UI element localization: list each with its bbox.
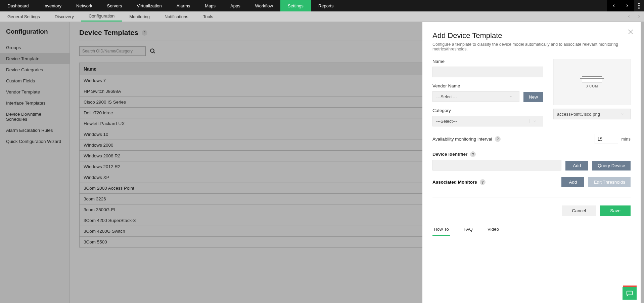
spacer <box>221 11 624 22</box>
top-nav-item[interactable]: Maps <box>197 0 223 11</box>
sub-nav-item[interactable]: Configuration <box>81 11 122 22</box>
add-monitor-button[interactable]: Add <box>561 177 584 187</box>
add-identifier-button[interactable]: Add <box>565 161 588 171</box>
nav-next-icon[interactable] <box>620 0 634 11</box>
svg-point-1 <box>638 5 640 6</box>
chevron-down-icon <box>530 119 540 123</box>
interval-label: Availability monitoring interval <box>432 137 492 142</box>
sub-nav-item[interactable]: Tools <box>196 11 221 22</box>
sub-nav: General SettingsDiscoveryConfigurationMo… <box>0 11 644 22</box>
top-nav: DashboardInventoryNetworkServersVirtuali… <box>0 0 644 11</box>
top-nav-item[interactable]: Virtualization <box>130 0 169 11</box>
top-nav-item[interactable]: Servers <box>100 0 130 11</box>
nav-prev-icon[interactable] <box>607 0 620 11</box>
sub-nav-item[interactable]: Discovery <box>47 11 81 22</box>
svg-point-2 <box>638 7 640 9</box>
top-nav-item[interactable]: Settings <box>280 0 311 11</box>
vendor-select-value: ---Select--- <box>436 94 457 99</box>
sub-nav-item[interactable]: Notifications <box>157 11 196 22</box>
subnav-next-icon[interactable] <box>634 11 644 22</box>
panel-subtitle: Configure a template to classify the dev… <box>432 42 631 51</box>
help-icon[interactable]: ? <box>480 179 486 185</box>
add-device-template-panel: Add Device Template Configure a template… <box>422 22 641 303</box>
subnav-prev-icon[interactable] <box>624 11 634 22</box>
top-nav-item[interactable]: Apps <box>223 0 248 11</box>
category-select[interactable]: ---Select--- <box>432 116 543 126</box>
close-icon[interactable] <box>627 29 634 35</box>
name-field[interactable] <box>432 67 543 77</box>
category-label: Category <box>432 108 543 113</box>
chevron-down-icon <box>617 112 627 116</box>
cancel-button[interactable]: Cancel <box>562 205 596 216</box>
top-nav-item[interactable]: Reports <box>311 0 341 11</box>
new-vendor-button[interactable]: New <box>523 92 543 102</box>
vendor-select[interactable]: ---Select--- <box>432 91 519 102</box>
sub-nav-item[interactable]: General Settings <box>0 11 47 22</box>
interval-field[interactable] <box>595 134 618 144</box>
panel-tab[interactable]: Video <box>486 223 500 236</box>
more-menu-icon[interactable] <box>634 0 644 11</box>
device-image-preview: 3 COM <box>553 59 631 105</box>
sub-nav-item[interactable]: Monitoring <box>122 11 157 22</box>
monitors-label: Associated Monitors <box>432 180 477 185</box>
help-icon[interactable]: ? <box>470 151 476 157</box>
svg-point-0 <box>638 3 640 4</box>
top-nav-item[interactable]: Workflow <box>248 0 280 11</box>
name-label: Name <box>432 59 543 64</box>
image-caption: 3 COM <box>586 84 598 88</box>
vendor-label: Vendor Name <box>432 83 543 88</box>
help-tabs: How ToFAQVideo <box>432 223 631 236</box>
panel-title: Add Device Template <box>432 31 631 40</box>
top-nav-item[interactable]: Inventory <box>36 0 69 11</box>
top-nav-item[interactable]: Network <box>69 0 100 11</box>
svg-rect-7 <box>627 291 633 295</box>
help-icon[interactable]: ? <box>495 136 501 142</box>
top-nav-item[interactable]: Dashboard <box>0 0 36 11</box>
chevron-down-icon <box>506 95 516 98</box>
interval-unit: mins <box>622 137 631 142</box>
panel-tab[interactable]: How To <box>432 223 450 236</box>
identifier-label: Device Identifier <box>432 152 467 157</box>
top-nav-item[interactable]: Alarms <box>169 0 197 11</box>
spacer <box>341 0 607 11</box>
chat-button[interactable] <box>623 287 637 300</box>
category-select-value: ---Select--- <box>436 119 457 124</box>
query-device-button[interactable]: Query Device <box>592 161 631 171</box>
panel-tab[interactable]: FAQ <box>462 223 474 236</box>
save-button[interactable]: Save <box>600 205 631 216</box>
image-file-select[interactable]: accessPointCisco.png <box>553 109 631 119</box>
edit-thresholds-button[interactable]: Edit Thresholds <box>588 177 631 187</box>
identifier-field[interactable] <box>432 160 561 171</box>
image-file-value: accessPointCisco.png <box>557 112 600 117</box>
